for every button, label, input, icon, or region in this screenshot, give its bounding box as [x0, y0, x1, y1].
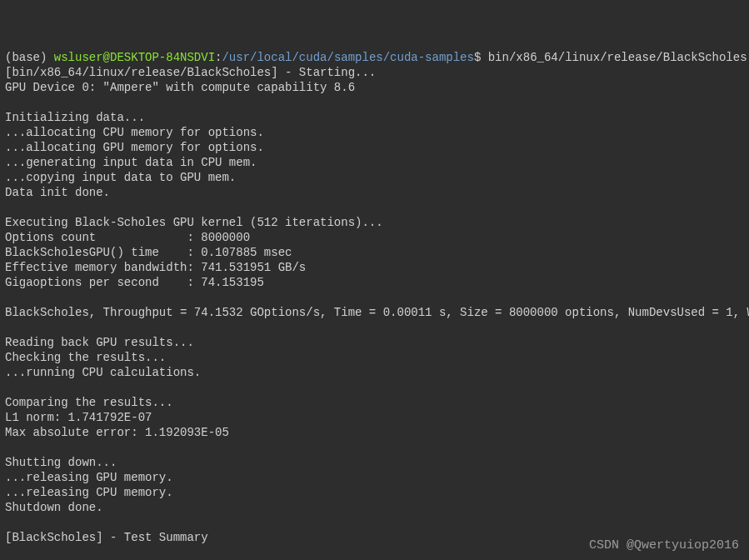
output-line: ...releasing CPU memory. — [5, 486, 173, 499]
output-line: ...allocating CPU memory for options. — [5, 126, 264, 139]
output-line: ...running CPU calculations. — [5, 366, 201, 379]
output-line: Options count : 8000000 — [5, 231, 250, 244]
output-line: Executing Black-Scholes GPU kernel (512 … — [5, 216, 383, 229]
output-line: Shutting down... — [5, 456, 117, 469]
output-line: Data init done. — [5, 186, 110, 199]
output-line: L1 norm: 1.741792E-07 — [5, 411, 152, 424]
output-line: Shutdown done. — [5, 501, 103, 514]
prompt-userhost: wsluser@DESKTOP-84NSDVI — [54, 51, 215, 64]
output-line: [bin/x86_64/linux/release/BlackScholes] … — [5, 66, 376, 79]
prompt-path: /usr/local/cuda/samples/cuda-samples — [222, 51, 473, 64]
output-line: ...allocating GPU memory for options. — [5, 141, 264, 154]
terminal-output[interactable]: (base) wsluser@DESKTOP-84NSDVI:/usr/loca… — [5, 50, 744, 560]
prompt-dollar: $ — [474, 51, 488, 64]
prompt-env: (base) — [5, 51, 54, 64]
output-line: Effective memory bandwidth: 741.531951 G… — [5, 261, 306, 274]
output-line: BlackScholesGPU() time : 0.107885 msec — [5, 246, 292, 259]
output-line: GPU Device 0: "Ampere" with compute capa… — [5, 81, 355, 94]
output-line: BlackScholes, Throughput = 74.1532 GOpti… — [5, 306, 749, 319]
output-line: Comparing the results... — [5, 396, 173, 409]
command-text: bin/x86_64/linux/release/BlackScholes — [488, 51, 747, 64]
output-line: Initializing data... — [5, 111, 145, 124]
output-line: Checking the results... — [5, 351, 166, 364]
output-line: Reading back GPU results... — [5, 336, 194, 349]
watermark-text: CSDN @Qwertyuiop2016 — [589, 538, 739, 553]
output-line: ...releasing GPU memory. — [5, 471, 173, 484]
output-line: ...generating input data in CPU mem. — [5, 156, 257, 169]
output-line: Max absolute error: 1.192093E-05 — [5, 426, 229, 439]
prompt-line: (base) wsluser@DESKTOP-84NSDVI:/usr/loca… — [5, 51, 747, 64]
output-line: ...copying input data to GPU mem. — [5, 171, 236, 184]
output-line: Gigaoptions per second : 74.153195 — [5, 276, 264, 289]
output-line: [BlackScholes] - Test Summary — [5, 531, 208, 544]
